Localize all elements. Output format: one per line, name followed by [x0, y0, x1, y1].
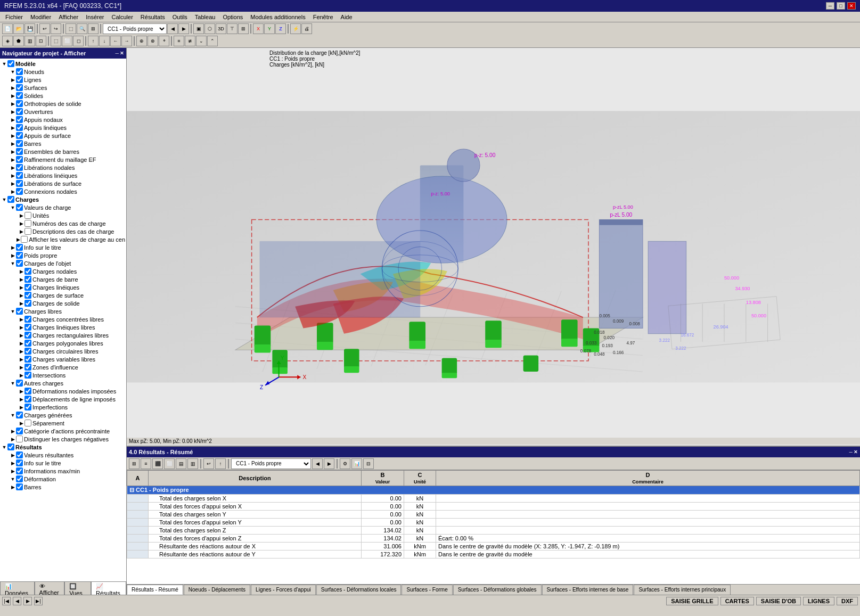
- tree-item[interactable]: ▶Charges nodales: [1, 267, 125, 275]
- results-tab[interactable]: Surfaces - Efforts internes principaux: [634, 585, 731, 595]
- tree-item[interactable]: ▶Charges circulaires libres: [1, 347, 125, 355]
- tree-checkbox[interactable]: [24, 364, 31, 371]
- tree-expand-icon[interactable]: ▼: [10, 476, 16, 482]
- tree-checkbox[interactable]: [16, 308, 23, 315]
- tree-expand-icon[interactable]: ▼: [10, 412, 16, 418]
- tree-expand-icon[interactable]: ▶: [18, 324, 24, 331]
- menu-inserer[interactable]: Insérer: [83, 13, 107, 21]
- table-row[interactable]: Total des charges selon Y 0.00 kN: [127, 511, 860, 519]
- tb-render[interactable]: ▣: [193, 23, 204, 34]
- tree-expand-icon[interactable]: ▼: [10, 204, 16, 211]
- tree-checkbox[interactable]: [24, 324, 31, 331]
- tree-expand-icon[interactable]: ▶: [18, 396, 24, 403]
- results-minimize[interactable]: ─: [849, 449, 853, 455]
- tree-item[interactable]: ▶Barres: [1, 483, 125, 491]
- tb-z[interactable]: Z: [275, 23, 286, 34]
- tree-item[interactable]: ▶Info sur le titre: [1, 459, 125, 467]
- tree-checkbox[interactable]: [16, 204, 23, 211]
- tree-expand-icon[interactable]: ▶: [10, 125, 16, 131]
- tb2-17[interactable]: ⌄: [196, 36, 207, 46]
- minimize-button[interactable]: ─: [826, 2, 834, 10]
- tree-checkbox[interactable]: [24, 300, 31, 307]
- tree-checkbox[interactable]: [16, 116, 23, 123]
- tree-expand-icon[interactable]: ▼: [1, 444, 7, 450]
- tree-item[interactable]: ▶Informations max/min: [1, 467, 125, 475]
- res-tb-4[interactable]: ⬜: [164, 458, 175, 469]
- res-tb-1[interactable]: ⊞: [129, 458, 140, 469]
- tree-item[interactable]: ▶Afficher les valeurs de charge au cen: [1, 235, 125, 243]
- tree-expand-icon[interactable]: ▶: [10, 484, 16, 490]
- tree-expand-icon[interactable]: ▶: [18, 220, 24, 227]
- menu-aide[interactable]: Aide: [338, 13, 356, 21]
- tree-item[interactable]: ▶Ensembles de barres: [1, 147, 125, 155]
- tree-expand-icon[interactable]: ▶: [18, 340, 24, 347]
- tree-checkbox[interactable]: [16, 459, 23, 466]
- menu-outils[interactable]: Outils: [169, 13, 191, 21]
- tree-checkbox[interactable]: [16, 84, 23, 91]
- tree-expand-icon[interactable]: ▶: [18, 212, 24, 219]
- tree-expand-icon[interactable]: ▶: [10, 460, 16, 466]
- tree-checkbox[interactable]: [24, 356, 31, 363]
- tree-checkbox[interactable]: [24, 276, 31, 283]
- tree-expand-icon[interactable]: ▶: [18, 316, 24, 323]
- tree-item[interactable]: ▶Libérations de surface: [1, 179, 125, 187]
- tb-zoom-fit[interactable]: ⊞: [88, 23, 99, 34]
- tree-expand-icon[interactable]: ▶: [10, 436, 16, 442]
- tree-checkbox[interactable]: [24, 396, 31, 403]
- tb2-11[interactable]: →: [121, 36, 132, 46]
- res-tb-2[interactable]: ≡: [141, 458, 151, 469]
- tb-select[interactable]: ⬚: [65, 23, 76, 34]
- tree-item[interactable]: ▶Poids propre: [1, 251, 125, 259]
- tree-expand-icon[interactable]: ▶: [18, 300, 24, 307]
- tree-expand-icon[interactable]: ▼: [1, 61, 7, 67]
- tree-item[interactable]: ▶Libérations nodales: [1, 163, 125, 171]
- tree-item[interactable]: ▶Catégorie d'actions précontrainte: [1, 427, 125, 435]
- tb2-18[interactable]: ⌃: [207, 36, 218, 46]
- tree-item[interactable]: ▶Raffinement du maillage EF: [1, 155, 125, 163]
- close-button[interactable]: ✕: [847, 2, 856, 10]
- tb2-8[interactable]: ↑: [88, 36, 99, 46]
- tree-expand-icon[interactable]: ▶: [18, 420, 24, 426]
- tree-expand-icon[interactable]: ▶: [10, 141, 16, 147]
- tree-checkbox[interactable]: [16, 436, 23, 442]
- tree-item[interactable]: ▶Unités: [1, 211, 125, 219]
- results-tab[interactable]: Résultats - Résumé: [127, 585, 183, 595]
- table-row[interactable]: Total des forces d'appui selon Y 0.00 kN: [127, 519, 860, 527]
- tree-item[interactable]: ▶Déformations nodales imposées: [1, 387, 125, 395]
- res-prev[interactable]: ◀: [312, 458, 323, 469]
- tree-item[interactable]: ▶Distinguer les charges négatives: [1, 435, 125, 443]
- tree-checkbox[interactable]: [16, 132, 23, 139]
- tree-expand-icon[interactable]: ▶: [10, 244, 16, 251]
- tree-expand-icon[interactable]: ▶: [10, 173, 16, 179]
- res-chart[interactable]: 📊: [351, 458, 362, 469]
- tb-top[interactable]: ⊤: [227, 23, 237, 34]
- tree-expand-icon[interactable]: ▼: [10, 260, 16, 267]
- tree-checkbox[interactable]: [16, 188, 23, 195]
- tab-donnees[interactable]: 📊 Données: [0, 581, 35, 595]
- status-lignes[interactable]: LIGNES: [803, 597, 834, 605]
- tree-item[interactable]: ▶Charges linéiques libres: [1, 323, 125, 331]
- tree-checkbox[interactable]: [24, 372, 31, 379]
- tree-checkbox[interactable]: [24, 284, 31, 291]
- tb-open[interactable]: 📂: [13, 23, 24, 34]
- tree-expand-icon[interactable]: ▼: [10, 308, 16, 315]
- status-saisie-grille[interactable]: SAISIE GRILLE: [666, 597, 718, 605]
- results-tab[interactable]: Lignes - Forces d'appui: [251, 585, 316, 595]
- tree-item[interactable]: ▼Autres charges: [1, 379, 125, 387]
- tree-checkbox[interactable]: [16, 380, 23, 387]
- tb-redo[interactable]: ↪: [51, 23, 61, 34]
- tb-x[interactable]: X: [253, 23, 264, 34]
- table-row[interactable]: Résultante des réactions autour de Y 172…: [127, 551, 860, 558]
- tree-checkbox[interactable]: [16, 451, 23, 458]
- tree-item[interactable]: ▼Charges de l'objet: [1, 259, 125, 267]
- tree-checkbox[interactable]: [16, 124, 23, 131]
- tb-next[interactable]: ▶: [178, 23, 189, 34]
- tree-checkbox[interactable]: [16, 180, 23, 187]
- tree-item[interactable]: ▶Orthotropies de solide: [1, 100, 125, 108]
- tree-item[interactable]: ▶Connexions nodales: [1, 187, 125, 195]
- tree-item[interactable]: ▼Charges: [1, 195, 125, 203]
- tree-expand-icon[interactable]: ▶: [10, 117, 16, 123]
- nav-close[interactable]: ✕: [120, 51, 124, 56]
- table-row[interactable]: ⊟ CC1 - Poids propre: [127, 486, 860, 495]
- tb2-7[interactable]: ◻: [73, 36, 84, 46]
